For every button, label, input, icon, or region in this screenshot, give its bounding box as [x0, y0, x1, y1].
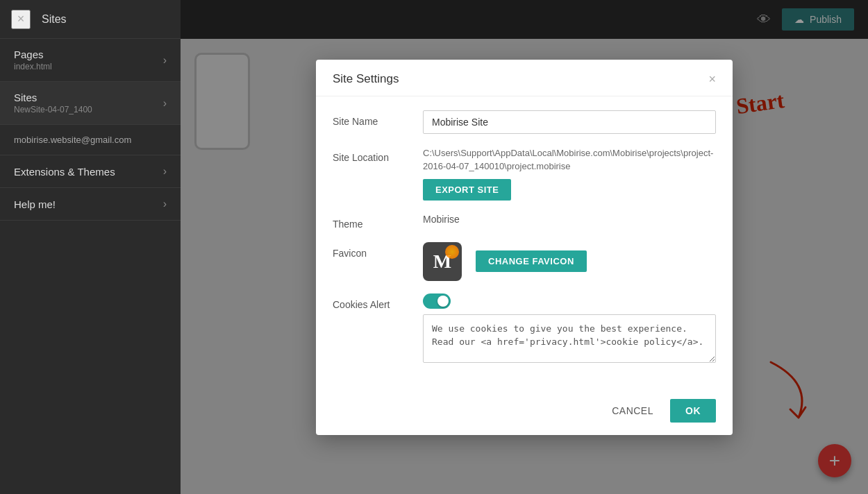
cookies-alert-label: Cookies Alert	[333, 293, 423, 310]
modal-title: Site Settings	[333, 72, 399, 86]
change-favicon-button[interactable]: CHANGE FAVICON	[476, 250, 587, 272]
sidebar-item-help[interactable]: Help me! ›	[0, 188, 181, 221]
pages-label: Pages	[14, 49, 52, 60]
theme-row: Theme Mobirise	[333, 213, 716, 230]
site-location-row: Site Location C:\Users\Support\AppData\L…	[333, 146, 716, 201]
modal-overlay: Site Settings × Site Name Site Location …	[181, 0, 868, 494]
sidebar-sites-title: Sites	[42, 13, 67, 26]
cookies-toggle-wrap: We use cookies to give you the best expe…	[423, 293, 716, 363]
favicon-row: Favicon M CHANGE FAVICON	[333, 242, 716, 281]
site-location-label: Site Location	[333, 146, 423, 163]
sites-sub: NewSite-04-07_1400	[14, 105, 92, 114]
close-sidebar-button[interactable]: ×	[11, 10, 31, 29]
sidebar-item-extensions[interactable]: Extensions & Themes ›	[0, 155, 181, 188]
pages-chevron-icon: ›	[163, 54, 167, 67]
favicon-icon-preview: M	[423, 242, 462, 281]
favicon-sparkle-decoration	[445, 245, 459, 259]
sites-chevron-icon: ›	[163, 97, 167, 110]
cookies-alert-textarea[interactable]: We use cookies to give you the best expe…	[423, 314, 716, 363]
help-chevron-icon: ›	[163, 198, 167, 210]
cookies-alert-row: Cookies Alert We use cookies to give you…	[333, 293, 716, 363]
user-email: mobirise.website@gmail.com	[0, 125, 181, 155]
ok-button[interactable]: OK	[670, 399, 716, 423]
modal-footer: CANCEL OK	[316, 389, 733, 435]
theme-value: Mobirise	[423, 208, 460, 225]
sidebar-item-sites[interactable]: Sites NewSite-04-07_1400 ›	[0, 82, 181, 125]
sidebar-item-pages[interactable]: Pages index.html ›	[0, 39, 181, 82]
modal-close-button[interactable]: ×	[708, 73, 716, 85]
site-name-input[interactable]	[423, 110, 716, 134]
favicon-label: Favicon	[333, 242, 423, 259]
toggle-knob	[437, 296, 449, 307]
main-area: 👁 ☁ Publish click to Start + Site Settin…	[181, 0, 868, 494]
cancel-button[interactable]: CANCEL	[603, 400, 662, 422]
pages-sub: index.html	[14, 62, 52, 71]
site-location-text: C:\Users\Support\AppData\Local\Mobirise.…	[423, 146, 716, 173]
modal-header: Site Settings ×	[316, 60, 733, 96]
sidebar: × Sites Pages index.html › Sites NewSite…	[0, 0, 181, 494]
site-name-row: Site Name	[333, 110, 716, 134]
export-site-button[interactable]: EXPORT SITE	[423, 179, 511, 201]
sidebar-top-bar: × Sites	[0, 0, 181, 39]
modal-body: Site Name Site Location C:\Users\Support…	[316, 96, 733, 389]
cookies-alert-toggle[interactable]	[423, 293, 451, 309]
sidebar-navigation: Pages index.html › Sites NewSite-04-07_1…	[0, 39, 181, 494]
theme-label: Theme	[333, 213, 423, 230]
help-label: Help me!	[14, 198, 56, 210]
extensions-label: Extensions & Themes	[14, 166, 115, 178]
extensions-chevron-icon: ›	[163, 165, 167, 178]
sites-label: Sites	[14, 92, 92, 103]
favicon-wrap: M CHANGE FAVICON	[423, 242, 716, 281]
site-name-label: Site Name	[333, 110, 423, 127]
site-settings-modal: Site Settings × Site Name Site Location …	[316, 60, 733, 435]
